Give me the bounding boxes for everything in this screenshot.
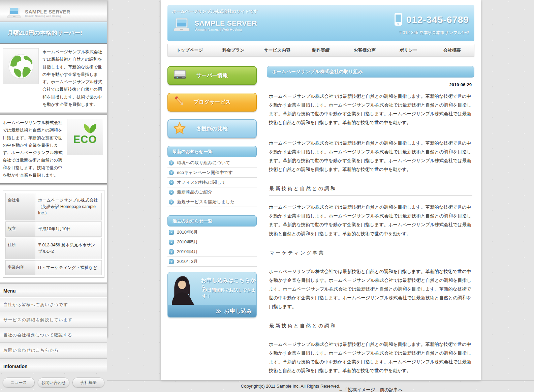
signup-banner[interactable]: お申し込みはこちらから 10日間無料でお試しできます！ ≫ お申し込み (167, 272, 257, 318)
page-copyright: Copyright(c) 2011 Sample Inc. All Rights… (107, 380, 534, 392)
article-section-heading: 最新技術と自然との調和 (269, 186, 472, 196)
arrow-square-icon: › (169, 230, 174, 235)
signup-banner-line2: 10日間無料でお試しできます！ (202, 287, 256, 299)
site-logo[interactable]: SAMPLE SERVER Domain Names | Web Hosting (173, 18, 257, 33)
row-value: IT・マーケティング・福祉など (35, 260, 102, 275)
sidebar-about-text-2: ホームページサンプル株式会社では最新技術と自然との調和を目指します。革新的な技術… (3, 119, 63, 179)
nav-pricing[interactable]: 料金プラン (212, 44, 255, 56)
signup-cta-label: お申し込み (224, 307, 252, 315)
phone-icon (394, 12, 402, 27)
sidebar-logo-subtitle: Domain Names | Web Hosting (25, 14, 70, 18)
article-paragraph: ホームページサンプル株式会社では最新技術と自然との調和を目指します。革新的な技術… (269, 340, 472, 375)
header-tagline: ホームページサンプル株式会社のサイトです (172, 9, 258, 14)
sidebar-item-services[interactable]: サービスの詳細を解説しています (0, 312, 107, 328)
information-buttons: ニュース お問い合わせ 会社概要 (0, 373, 107, 389)
main-nav: トップページ 料金プラン サービス内容 制作実績 お客様の声 ポリシー 会社概要 (167, 44, 474, 57)
eco-image: ECO (67, 119, 103, 155)
archive-list: › 2010年6月 › 2010年5月 › 2010年4月 › 2010年3月 (167, 228, 257, 267)
double-arrow-icon: ≫ (216, 308, 221, 314)
server-info-label: サーバー情報 (196, 72, 228, 79)
row-label: 事業内容 (5, 260, 35, 275)
leaf-icon (83, 123, 98, 135)
article-body: ホームページサンプル株式会社では最新技術と自然との調和を目指します。革新的な技術… (267, 92, 474, 392)
site-header: ホームページサンプル株式会社のサイトです SAMPLE SERVER Domai… (167, 5, 474, 41)
archive-list-header: 過去のお知らせ一覧 (167, 215, 257, 227)
arrow-circle-icon: › (169, 200, 174, 205)
aside-column: サーバー情報 ブログサービス (167, 66, 257, 392)
blog-service-label: ブログサービス (193, 99, 231, 106)
harddrive-icon (174, 69, 186, 82)
sidebar: SAMPLE SERVER Domain Names | Web Hosting… (0, 0, 107, 338)
arrow-circle-icon: › (169, 180, 174, 185)
news-link[interactable]: › 新規サービスを開始しました (167, 197, 257, 207)
news-link[interactable]: › ecoキャンペーン開催中です (167, 168, 257, 178)
sidebar-logo-title: SAMPLE SERVER (25, 9, 70, 14)
globe-image (3, 48, 39, 84)
row-label: 住所 (5, 238, 35, 259)
header-address: 〒012-345 見本県見本市サンプル1−2 (394, 30, 469, 36)
sidebar-about-block-1: ホームページサンプル株式会社では最新技術と自然との調和を目指します。革新的な技術… (0, 44, 107, 113)
table-row: 会社名 ホームページサンプル株式会社 （英語表記 Homepage sample… (5, 193, 102, 220)
menu-heading: Menu (0, 282, 107, 297)
sidebar-banner: 月額210円の本格的サーバー! (0, 22, 107, 44)
logo-subtitle: Domain Names | Web Hosting (194, 27, 257, 31)
star-icon (174, 122, 186, 135)
blog-service-button[interactable]: ブログサービス (167, 93, 257, 112)
news-link[interactable]: › オフィスの移転に関して (167, 178, 257, 187)
nav-company[interactable]: 会社概要 (430, 44, 474, 56)
news-button[interactable]: ニュース (3, 378, 35, 388)
article-paragraph: ホームページサンプル株式会社では最新技術と自然との調和を目指します。革新的な技術… (269, 267, 472, 311)
sidebar-about-block-2: ホームページサンプル株式会社では最新技術と自然との調和を目指します。革新的な技術… (0, 115, 107, 183)
article-title-bar: ホームページサンプル株式会社の取り組み (267, 66, 474, 78)
arrow-circle-icon: › (169, 190, 174, 195)
arrow-circle-icon: › (169, 160, 174, 165)
archive-link[interactable]: › 2010年3月 (167, 257, 257, 267)
table-row: 事業内容 IT・マーケティング・福祉など (5, 260, 102, 275)
sidebar-item-contact[interactable]: お問い合わせはこちらから (0, 343, 107, 358)
information-heading: Infomation (0, 358, 107, 373)
server-info-button[interactable]: サーバー情報 (167, 66, 257, 85)
archive-link[interactable]: › 2010年6月 (167, 228, 257, 237)
separator (0, 183, 107, 185)
feature-compare-button[interactable]: 各機能の比較 (167, 119, 257, 138)
nav-top-page[interactable]: トップページ (168, 44, 212, 56)
arrow-square-icon: › (169, 259, 174, 264)
nav-policy[interactable]: ポリシー (386, 44, 430, 56)
article-column: ホームページサンプル株式会社の取り組み 2010-06-29 ホームページサンプ… (267, 66, 474, 392)
news-link[interactable]: › 最新商品のご紹介 (167, 187, 257, 197)
news-list-header: 最新のお知らせ一覧 (167, 146, 257, 157)
nav-testimonials[interactable]: お客様の声 (343, 44, 386, 56)
article-paragraph: ホームページサンプル株式会社では最新技術と自然との調和を目指します。革新的な技術… (269, 203, 472, 238)
arrow-square-icon: › (169, 249, 174, 254)
sidebar-item-company[interactable]: 当社の会社概要について確認する (0, 328, 107, 343)
article-section-heading: 最新技術と自然との調和 (269, 323, 472, 333)
article-paragraph: ホームページサンプル株式会社では最新技術と自然との調和を目指します。革新的な技術… (269, 139, 472, 174)
arrow-square-icon: › (169, 240, 174, 245)
phone-number: 012-345-6789 (406, 14, 469, 25)
table-row: 設立 平成10年1月10日 (5, 221, 102, 237)
news-link[interactable]: › 環境への取り組みについて (167, 158, 257, 168)
row-label: 設立 (5, 221, 35, 237)
nav-services[interactable]: サービス内容 (255, 44, 299, 56)
archive-link[interactable]: › 2010年5月 (167, 237, 257, 247)
news-list: › 環境への取り組みについて › ecoキャンペーン開催中です › オフィスの移… (167, 158, 257, 207)
row-value: 平成10年1月10日 (35, 221, 102, 237)
table-row: 住所 〒012-3456 見本県見本市サンプル1−2 (5, 238, 102, 259)
signup-cta[interactable]: ≫ お申し込み (216, 307, 252, 315)
article-paragraph: ホームページサンプル株式会社では最新技術と自然との調和を目指します。革新的な技術… (269, 92, 472, 127)
article-section-heading: マーケティング事業 (269, 250, 472, 260)
laptop-icon (7, 7, 22, 20)
arrow-circle-icon: › (169, 170, 174, 175)
archive-link[interactable]: › 2010年4月 (167, 247, 257, 257)
contact-button[interactable]: お問い合わせ (38, 378, 70, 388)
sidebar-about-text-1: ホームページサンプル株式会社では最新技術と自然との調和を目指します。革新的な技術… (42, 48, 104, 108)
sidebar-logo: SAMPLE SERVER Domain Names | Web Hosting (0, 0, 107, 22)
pencil-icon (174, 95, 186, 109)
main-panel: ホームページサンプル株式会社のサイトです SAMPLE SERVER Domai… (161, 0, 481, 380)
row-label: 会社名 (5, 193, 35, 220)
nav-works[interactable]: 制作実績 (299, 44, 343, 56)
sidebar-item-greeting[interactable]: 当社から皆様へごあいさつです (0, 297, 107, 312)
logo-title: SAMPLE SERVER (194, 19, 257, 27)
company-button[interactable]: 会社概要 (72, 378, 104, 388)
row-value: ホームページサンプル株式会社 （英語表記 Homepage sample Inc… (35, 193, 102, 220)
